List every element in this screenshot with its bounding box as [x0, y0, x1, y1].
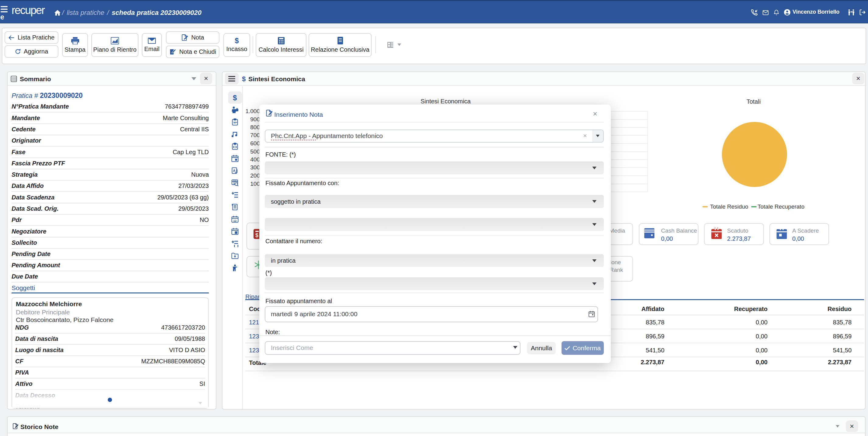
svg-text:12: 12 [234, 219, 237, 222]
svg-text:M+: M+ [234, 121, 238, 124]
svg-text:A: A [233, 169, 236, 172]
svg-text:$: $ [255, 232, 258, 238]
